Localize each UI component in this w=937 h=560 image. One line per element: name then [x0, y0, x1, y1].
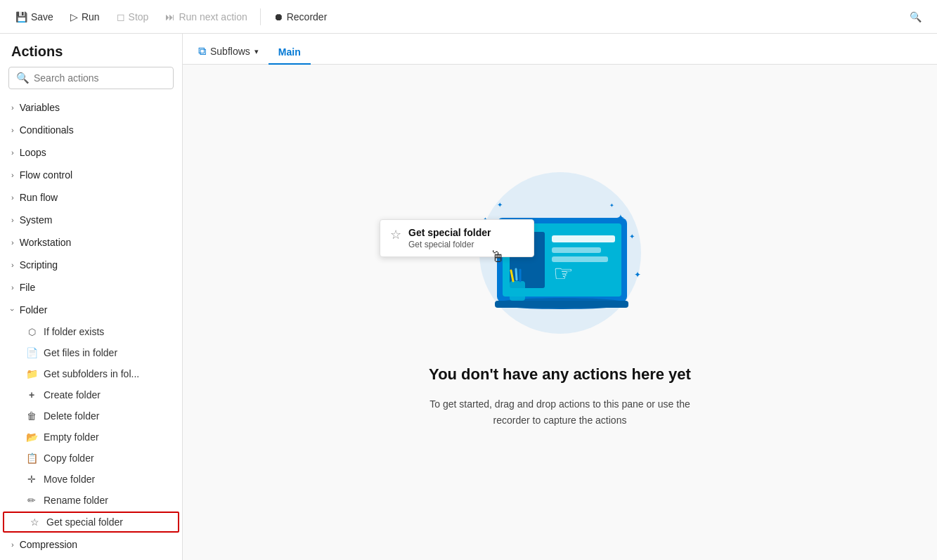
- drag-preview-text: Get special folder Get special folder: [408, 227, 491, 249]
- chevron-icon: ›: [11, 238, 14, 247]
- empty-state: You don't have any actions here yet To g…: [399, 337, 722, 456]
- drag-preview-subtitle: Get special folder: [408, 240, 491, 249]
- svg-rect-5: [552, 247, 601, 253]
- tab-subflows[interactable]: ⧉ Subflows ▾: [188, 39, 269, 65]
- search-box: 🔍: [8, 67, 174, 89]
- svg-line-18: [516, 269, 517, 280]
- sidebar-item-flow-control[interactable]: › Flow control: [0, 164, 182, 186]
- chevron-icon: ›: [11, 261, 14, 269]
- search-input[interactable]: [34, 72, 166, 84]
- recorder-icon: ⏺: [273, 11, 283, 22]
- tab-main-label: Main: [278, 46, 301, 58]
- sidebar-item-label: Conditionals: [20, 124, 74, 136]
- run-label: Run: [82, 11, 100, 22]
- svg-rect-9: [495, 301, 628, 308]
- empty-state-desc: To get started, drag and drop actions to…: [427, 396, 694, 428]
- get-subfolders-icon: 📁: [25, 368, 38, 379]
- chevron-down-icon: ▾: [254, 47, 259, 56]
- search-icon: 🔍: [16, 72, 30, 84]
- svg-text:✦: ✦: [629, 233, 635, 240]
- subflows-icon: ⧉: [198, 45, 206, 58]
- sidebar-item-file[interactable]: › File: [0, 276, 182, 299]
- tab-main[interactable]: Main: [269, 41, 311, 65]
- move-folder-icon: ✛: [25, 474, 38, 485]
- toolbar: 💾 Save ▷ Run ◻ Stop ⏭ Run next action ⏺ …: [0, 0, 937, 34]
- sidebar-title: Actions: [0, 34, 182, 67]
- save-label: Save: [31, 11, 53, 22]
- sidebar-item-system[interactable]: › System: [0, 209, 182, 231]
- sidebar-item-run-flow[interactable]: › Run flow: [0, 186, 182, 209]
- svg-text:☞: ☞: [553, 261, 574, 286]
- svg-text:✦: ✦: [634, 270, 641, 280]
- sidebar-item-conditionals[interactable]: › Conditionals: [0, 119, 182, 141]
- sidebar-item-loops[interactable]: › Loops: [0, 141, 182, 164]
- canvas: ☆ Get special folder Get special folder …: [183, 65, 937, 560]
- cursor-icon: 🖱: [490, 248, 505, 266]
- sidebar-item-label: System: [20, 214, 53, 226]
- sidebar: Actions 🔍 › Variables › Conditionals › L…: [0, 34, 183, 560]
- tabs-bar: ⧉ Subflows ▾ Main: [183, 34, 937, 65]
- svg-text:✦: ✦: [616, 212, 625, 223]
- rename-folder-icon: ✏: [25, 495, 38, 506]
- create-folder-icon: +: [25, 389, 38, 401]
- sidebar-list: › Variables › Conditionals › Loops › Flo…: [0, 96, 182, 560]
- sidebar-item-folder[interactable]: › Folder: [0, 299, 182, 321]
- list-item[interactable]: ✛ Move folder: [0, 469, 182, 490]
- sidebar-item-label: Loops: [20, 147, 46, 158]
- sidebar-item-label: Folder: [20, 304, 48, 315]
- run-icon: ▷: [70, 11, 78, 22]
- list-item[interactable]: ⬡ If folder exists: [0, 321, 182, 342]
- list-item[interactable]: 📋 Copy folder: [0, 448, 182, 469]
- list-item[interactable]: 📄 Get files in folder: [0, 342, 182, 363]
- list-item[interactable]: 📁 Get subfolders in fol...: [0, 363, 182, 384]
- get-special-folder-item[interactable]: ☆ Get special folder: [3, 512, 179, 533]
- drag-preview-title: Get special folder: [408, 227, 491, 238]
- chevron-icon: ›: [11, 103, 14, 112]
- save-icon: 💾: [15, 11, 27, 22]
- star-icon: ☆: [390, 227, 401, 242]
- recorder-button[interactable]: ⏺ Recorder: [266, 8, 335, 26]
- sidebar-item-label: Scripting: [20, 259, 58, 271]
- get-special-folder-label: Get special folder: [46, 516, 123, 528]
- separator: [260, 8, 261, 25]
- sidebar-item-workstation[interactable]: › Workstation: [0, 231, 182, 254]
- stop-button[interactable]: ◻ Stop: [110, 8, 156, 26]
- empty-state-title: You don't have any actions here yet: [429, 365, 691, 384]
- main-layout: Actions 🔍 › Variables › Conditionals › L…: [0, 34, 937, 560]
- search-icon: 🔍: [910, 11, 922, 22]
- chevron-icon: ›: [11, 540, 14, 549]
- chevron-icon: ›: [11, 216, 14, 224]
- list-item[interactable]: 📂 Empty folder: [0, 426, 182, 448]
- tab-subflows-label: Subflows: [210, 46, 250, 57]
- chevron-icon: ›: [11, 283, 14, 292]
- sidebar-item-compression[interactable]: › Compression: [0, 533, 182, 556]
- run-next-label: Run next action: [179, 11, 247, 22]
- recorder-label: Recorder: [287, 11, 328, 22]
- sidebar-item-label: Workstation: [20, 237, 72, 248]
- chevron-icon: ›: [8, 308, 17, 311]
- sidebar-item-scripting[interactable]: › Scripting: [0, 254, 182, 276]
- svg-rect-16: [510, 281, 525, 301]
- sidebar-item-label: Flow control: [20, 169, 72, 181]
- empty-folder-icon: 📂: [25, 431, 38, 443]
- list-item[interactable]: + Create folder: [0, 384, 182, 405]
- list-item[interactable]: 🗑 Delete folder: [0, 405, 182, 426]
- run-next-icon: ⏭: [165, 11, 175, 22]
- search-button[interactable]: 🔍: [903, 8, 929, 26]
- svg-text:✦: ✦: [609, 202, 614, 209]
- save-button[interactable]: 💾 Save: [8, 8, 60, 26]
- run-button[interactable]: ▷ Run: [63, 8, 107, 26]
- chevron-icon: ›: [11, 193, 14, 202]
- drag-preview: ☆ Get special folder Get special folder …: [380, 219, 534, 257]
- svg-rect-4: [552, 235, 615, 242]
- chevron-icon: ›: [11, 148, 14, 157]
- stop-label: Stop: [129, 11, 149, 22]
- chevron-icon: ›: [11, 126, 14, 134]
- sidebar-item-label: Compression: [20, 539, 77, 550]
- run-next-button[interactable]: ⏭ Run next action: [158, 8, 254, 26]
- list-item[interactable]: ✏ Rename folder: [0, 490, 182, 511]
- sidebar-item-variables[interactable]: › Variables: [0, 96, 182, 119]
- delete-folder-icon: 🗑: [25, 410, 38, 422]
- copy-folder-icon: 📋: [25, 452, 38, 464]
- sidebar-item-label: File: [20, 282, 36, 293]
